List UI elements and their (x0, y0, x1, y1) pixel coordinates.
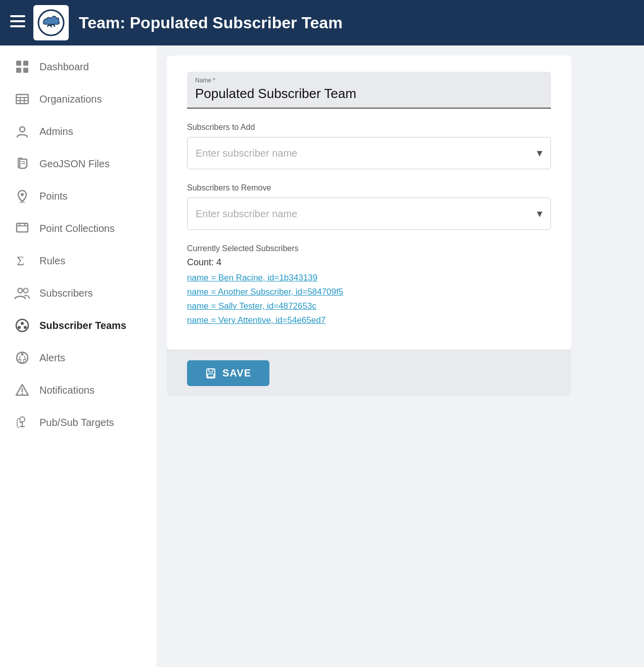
sidebar-item-pubsub[interactable]: Pub/Sub Targets (0, 406, 157, 439)
sidebar-label-points: Points (39, 190, 68, 202)
sidebar-item-notifications[interactable]: Notifications (0, 374, 157, 406)
subscriber-link[interactable]: name = Another Subscriber, id=584709f5 (187, 287, 551, 297)
save-bar: SAVE (167, 350, 571, 396)
subscribers-to-add-arrow-icon: ▾ (537, 147, 542, 160)
currently-selected-label: Currently Selected Subscribers (187, 244, 551, 253)
sidebar-label-point-collections: Point Collections (39, 223, 115, 234)
sidebar: Dashboard Organizations A (0, 45, 157, 667)
svg-point-16 (21, 193, 24, 196)
svg-point-26 (24, 326, 27, 329)
save-button[interactable]: SAVE (187, 360, 269, 386)
name-field-value: Populated Subscriber Team (195, 86, 543, 102)
points-icon (14, 188, 30, 204)
svg-point-32 (20, 417, 25, 422)
svg-point-22 (24, 289, 28, 293)
svg-rect-2 (10, 25, 25, 27)
name-field-group: Name * Populated Subscriber Team (187, 72, 551, 109)
sidebar-label-dashboard: Dashboard (39, 61, 89, 73)
subscribers-to-remove-placeholder: Enter subscriber name (196, 208, 297, 220)
subscriber-link[interactable]: name = Ben Racine, id=1b343139 (187, 273, 551, 283)
sidebar-item-admins[interactable]: Admins (0, 115, 157, 148)
sidebar-label-alerts: Alerts (39, 352, 65, 364)
body-layout: Dashboard Organizations A (0, 45, 644, 667)
svg-point-31 (22, 393, 23, 395)
geojson-icon (14, 156, 30, 172)
pubsub-icon (14, 414, 30, 431)
sidebar-item-alerts[interactable]: Alerts (0, 342, 157, 374)
currently-selected-section: Currently Selected Subscribers Count: 4 … (187, 244, 551, 325)
svg-rect-0 (10, 15, 25, 17)
svg-point-25 (18, 326, 21, 329)
sidebar-item-organizations[interactable]: Organizations (0, 83, 157, 115)
sidebar-item-point-collections[interactable]: Point Collections (0, 212, 157, 245)
header: Team: Populated Subscriber Team (0, 0, 644, 45)
sidebar-item-geojson[interactable]: GeoJSON Files (0, 148, 157, 180)
point-collections-icon (14, 220, 30, 236)
subscribers-icon (14, 285, 30, 301)
sidebar-label-notifications: Notifications (39, 385, 95, 396)
svg-point-21 (18, 289, 23, 293)
sidebar-label-pubsub: Pub/Sub Targets (39, 417, 114, 428)
sidebar-item-points[interactable]: Points (0, 180, 157, 212)
subscriber-teams-icon (14, 317, 30, 333)
subscribers-to-add-group: Subscribers to Add Enter subscriber name… (187, 123, 551, 169)
name-field-label: Name * (195, 77, 543, 84)
subscribers-to-add-dropdown[interactable]: Enter subscriber name ▾ (187, 137, 551, 169)
admins-icon (14, 123, 30, 139)
save-button-label: SAVE (222, 367, 251, 379)
subscriber-link[interactable]: name = Very Attentive, id=54e65ed7 (187, 315, 551, 325)
save-icon (205, 368, 216, 379)
svg-rect-19 (17, 223, 28, 232)
sidebar-label-admins: Admins (39, 126, 73, 137)
sidebar-label-organizations: Organizations (39, 93, 102, 105)
subscribers-to-remove-arrow-icon: ▾ (537, 207, 542, 220)
subscribers-to-add-label: Subscribers to Add (187, 123, 551, 132)
sidebar-label-geojson: GeoJSON Files (39, 158, 110, 170)
sidebar-item-dashboard[interactable]: Dashboard (0, 51, 157, 83)
svg-point-28 (21, 353, 24, 356)
organizations-icon (14, 91, 30, 107)
svg-rect-6 (16, 68, 21, 73)
selected-count: Count: 4 (187, 257, 551, 268)
subscriber-link[interactable]: name = Sally Tester, id=4872653c (187, 301, 551, 311)
page-title: Team: Populated Subscriber Team (79, 14, 343, 32)
logo (33, 5, 69, 40)
sidebar-item-subscribers[interactable]: Subscribers (0, 277, 157, 309)
svg-rect-1 (10, 20, 25, 22)
svg-rect-35 (208, 374, 214, 377)
sidebar-label-subscriber-teams: Subscriber Teams (39, 320, 126, 331)
subscriber-list: name = Ben Racine, id=1b343139name = Ano… (187, 273, 551, 325)
alerts-icon (14, 350, 30, 366)
rules-icon: Σ (14, 253, 30, 269)
hamburger-menu[interactable] (10, 15, 25, 31)
subscribers-to-remove-group: Subscribers to Remove Enter subscriber n… (187, 183, 551, 230)
svg-rect-8 (16, 94, 28, 104)
name-field-wrapper: Name * Populated Subscriber Team (187, 72, 551, 109)
subscribers-to-add-placeholder: Enter subscriber name (196, 148, 297, 159)
sidebar-label-subscribers: Subscribers (39, 288, 93, 299)
svg-rect-7 (23, 68, 28, 73)
notifications-icon (14, 382, 30, 398)
svg-point-13 (20, 127, 25, 132)
svg-point-23 (16, 319, 28, 331)
sidebar-item-rules[interactable]: Σ Rules (0, 245, 157, 277)
svg-rect-5 (23, 61, 28, 66)
form-card: Name * Populated Subscriber Team Subscri… (167, 56, 571, 350)
subscribers-to-remove-dropdown[interactable]: Enter subscriber name ▾ (187, 198, 551, 230)
svg-rect-4 (16, 61, 21, 66)
main-content: Name * Populated Subscriber Team Subscri… (157, 45, 644, 667)
dashboard-icon (14, 59, 30, 75)
svg-text:Σ: Σ (17, 254, 24, 267)
subscribers-to-remove-label: Subscribers to Remove (187, 183, 551, 193)
sidebar-item-subscriber-teams[interactable]: Subscriber Teams (0, 309, 157, 342)
svg-point-24 (21, 322, 24, 325)
sidebar-label-rules: Rules (39, 255, 65, 267)
